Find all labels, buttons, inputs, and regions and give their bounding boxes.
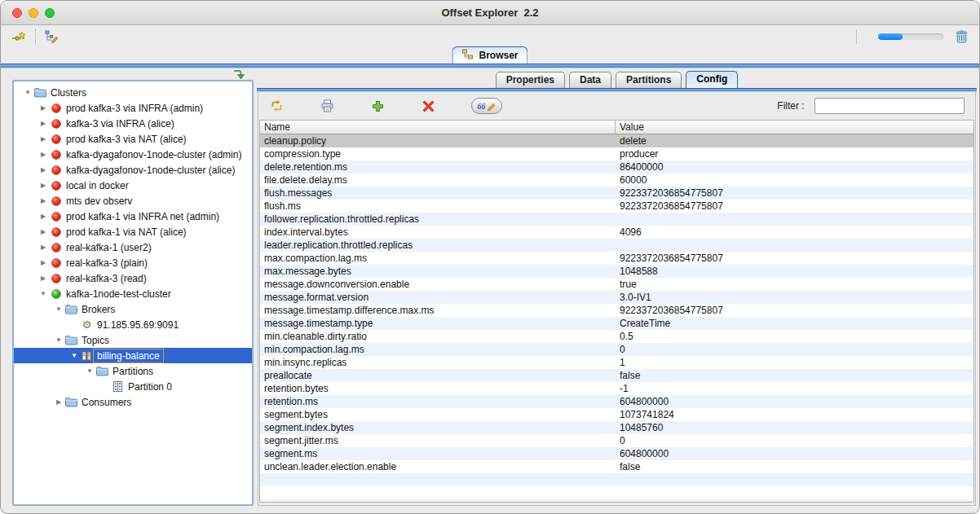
expander-icon[interactable]: ▼	[68, 352, 80, 359]
expander-icon[interactable]: ▶	[38, 182, 49, 189]
filter-label: Filter :	[777, 100, 807, 112]
add-icon[interactable]	[370, 98, 385, 114]
broker-icon: ⚙	[80, 319, 94, 330]
expander-icon[interactable]: ▶	[38, 151, 49, 158]
config-row-segment-bytes[interactable]: segment.bytes 1073741824	[260, 408, 973, 421]
tree-item-real-kafka-1-user2[interactable]: ▶ real-kafka-1 (user2)	[14, 239, 252, 255]
expander-icon[interactable]: ▼	[84, 367, 95, 375]
tree-item-kafka-3-via-infra-alice[interactable]: ▶ kafka-3 via INFRA (alice)	[14, 116, 252, 131]
tree-item-prod-kafka-1-via-infra-net-admin[interactable]: ▶ prod kafka-1 via INFRA net (admin)	[14, 209, 252, 224]
tree-item-kafka-1node-test-cluster[interactable]: ▼ kafka-1node-test-cluster	[14, 286, 252, 301]
tree-item-91-185-95-69-9091[interactable]: ⚙ 91.185.95.69:9091	[14, 317, 252, 332]
tree-item-prod-kafka-3-via-nat-alice[interactable]: ▶ prod kafka-3 via NAT (alice)	[14, 131, 252, 147]
tree-item-clusters[interactable]: ▼ Clusters	[14, 85, 252, 100]
config-toolbar-icons: 66	[269, 98, 502, 114]
cluster-offline-icon	[49, 150, 63, 160]
config-row-message-format-version[interactable]: message.format.version 3.0-IV1	[260, 291, 973, 304]
column-header-value[interactable]: Value	[616, 121, 648, 134]
tree-item-partition-0[interactable]: Partition 0	[14, 379, 252, 394]
config-row-max-compaction-lag-ms[interactable]: max.compaction.lag.ms 922337203685477580…	[260, 252, 973, 265]
tree-item-real-kafka-3-plain[interactable]: ▶ real-kafka-3 (plain)	[14, 255, 252, 270]
filter-input[interactable]	[814, 98, 965, 114]
config-row-flush-messages[interactable]: flush.messages 9223372036854775807	[260, 187, 973, 200]
tab-strip-divider	[1, 64, 979, 68]
cluster-offline-icon	[49, 227, 63, 237]
expander-icon[interactable]: ▼	[53, 336, 64, 344]
tab-browser-label: Browser	[479, 50, 518, 61]
tab-properties[interactable]: Properties	[496, 72, 565, 89]
column-header-name[interactable]: Name	[260, 121, 616, 134]
expander-icon[interactable]: ▶	[38, 135, 49, 143]
config-row-segment-jitter-ms[interactable]: segment.jitter.ms 0	[260, 434, 973, 447]
expander-icon[interactable]: ▶	[38, 104, 49, 112]
config-row-preallocate[interactable]: preallocate false	[260, 369, 973, 382]
tree-item-brokers[interactable]: ▼ Brokers	[14, 301, 252, 317]
config-row-follower-replication-throttled-replicas[interactable]: follower.replication.throttled.replicas	[260, 213, 973, 226]
expander-icon[interactable]: ▶	[38, 259, 49, 266]
expander-icon[interactable]: ▼	[53, 305, 64, 313]
config-row-segment-ms[interactable]: segment.ms 604800000	[260, 447, 973, 460]
tree-item-consumers[interactable]: ▶ Consumers	[14, 394, 252, 410]
config-row-file-delete-delay-ms[interactable]: file.delete.delay.ms 60000	[260, 174, 973, 187]
tree-item-local-in-docker[interactable]: ▶ local in docker	[14, 178, 252, 193]
config-row-unclean-leader-election-enable[interactable]: unclean.leader.election.enable false	[260, 460, 973, 473]
config-row-message-timestamp-difference-max-ms[interactable]: message.timestamp.difference.max.ms 9223…	[260, 304, 973, 317]
import-arrow-icon[interactable]	[232, 68, 246, 80]
expander-icon[interactable]: ▶	[38, 213, 49, 220]
tree-item-prod-kafka-1-via-nat-alice[interactable]: ▶ prod kafka-1 via NAT (alice)	[14, 224, 252, 239]
config-row-compression-type[interactable]: compression.type producer	[260, 147, 973, 160]
config-row-min-insync-replicas[interactable]: min.insync.replicas 1	[260, 356, 973, 369]
add-connection-icon[interactable]	[11, 29, 27, 45]
tab-partitions[interactable]: Partitions	[616, 72, 682, 89]
folder-icon	[64, 304, 78, 314]
tab-browser[interactable]: Browser	[452, 46, 528, 64]
config-row-message-downconversion-enable[interactable]: message.downconversion.enable true	[260, 278, 973, 291]
config-row-index-interval-bytes[interactable]: index.interval.bytes 4096	[260, 226, 973, 239]
tree-item-topics[interactable]: ▼ Topics	[14, 332, 252, 348]
edit-connection-icon[interactable]	[44, 29, 60, 45]
expander-icon[interactable]: ▶	[38, 275, 49, 282]
expander-icon[interactable]: ▶	[38, 166, 49, 174]
tree-item-kafka-dyagafonov-1node-cluster-alice[interactable]: ▶ kafka-dyagafonov-1node-cluster (alice)	[14, 162, 252, 178]
config-row-retention-ms[interactable]: retention.ms 604800000	[260, 395, 973, 408]
cluster-offline-icon	[49, 103, 63, 113]
delete-icon[interactable]	[421, 98, 435, 114]
expander-icon[interactable]: ▶	[38, 228, 49, 235]
tab-config[interactable]: Config	[686, 71, 738, 89]
config-row-min-compaction-lag-ms[interactable]: min.compaction.lag.ms 0	[260, 343, 973, 356]
config-row-flush-ms[interactable]: flush.ms 9223372036854775807	[260, 200, 973, 213]
topic-icon	[80, 351, 94, 361]
config-row-delete-retention-ms[interactable]: delete.retention.ms 86400000	[260, 160, 973, 174]
refresh-icon[interactable]	[269, 98, 284, 114]
expander-icon[interactable]: ▼	[22, 89, 33, 96]
config-row-min-cleanable-dirty-ratio[interactable]: min.cleanable.dirty.ratio 0.5	[260, 330, 973, 343]
config-row-segment-index-bytes[interactable]: segment.index.bytes 10485760	[260, 421, 973, 434]
config-row-max-message-bytes[interactable]: max.message.bytes 1048588	[260, 265, 973, 278]
expander-icon[interactable]: ▶	[53, 398, 64, 406]
expander-icon[interactable]: ▶	[38, 244, 49, 251]
trash-icon[interactable]	[953, 29, 969, 45]
expander-icon[interactable]: ▶	[38, 197, 49, 204]
print-icon[interactable]	[320, 98, 334, 114]
config-table: Name Value cleanup.policy delete compres…	[259, 120, 974, 503]
tree-item-kafka-dyagafonov-1node-cluster-admin[interactable]: ▶ kafka-dyagafonov-1node-cluster (admin)	[14, 147, 252, 162]
tree-item-prod-kafka-3-via-infra-admin[interactable]: ▶ prod kafka-3 via INFRA (admin)	[14, 100, 252, 116]
config-row-message-timestamp-type[interactable]: message.timestamp.type CreateTime	[260, 317, 973, 330]
edit-value-button[interactable]: 66	[471, 98, 502, 114]
tree-item-real-kafka-3-read[interactable]: ▶ real-kafka-3 (read)	[14, 270, 252, 286]
partition-icon	[111, 381, 125, 392]
tree-item-billing-balance[interactable]: ▼ billing-balance	[14, 348, 252, 363]
config-row-cleanup-policy[interactable]: cleanup.policy delete	[260, 134, 973, 147]
tree-item-mts-dev-observ[interactable]: ▶ mts dev observ	[14, 193, 252, 209]
expander-icon[interactable]: ▼	[38, 290, 49, 297]
app-window: Offset Explorer 2.2 Browser ▼ Clusters ▶…	[0, 0, 980, 514]
expander-icon[interactable]: ▶	[38, 120, 49, 127]
cluster-online-icon	[49, 289, 63, 299]
config-panel: 66 Filter : Name Value cleanup.policy de…	[258, 92, 976, 506]
config-row-retention-bytes[interactable]: retention.bytes -1	[260, 382, 973, 395]
tree-item-partitions[interactable]: ▼ Partitions	[14, 363, 252, 379]
cluster-offline-icon	[49, 258, 63, 268]
cluster-offline-icon	[49, 243, 63, 253]
tab-data[interactable]: Data	[569, 72, 611, 89]
config-row-leader-replication-throttled-replicas[interactable]: leader.replication.throttled.replicas	[260, 239, 973, 252]
